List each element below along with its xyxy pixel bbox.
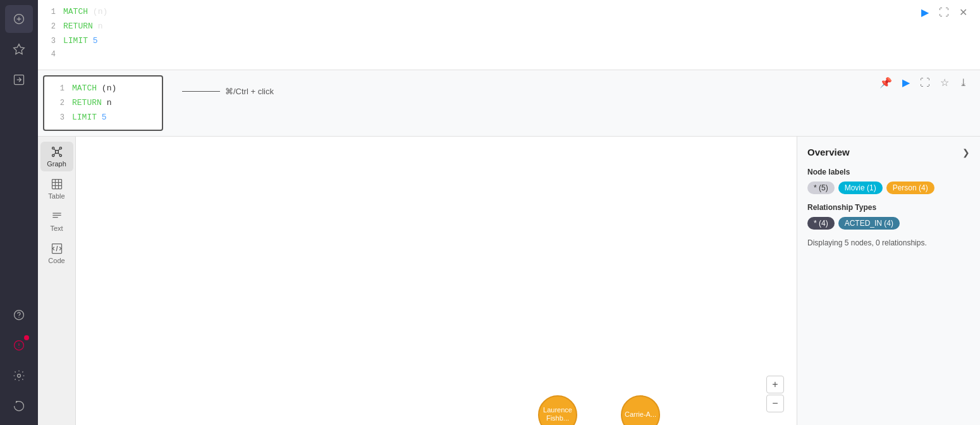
code-line-3: 3 LIMIT 5 (43, 34, 970, 49)
editor-hint: ⌘/Ctrl + click (182, 87, 274, 96)
tab-table[interactable]: Table (40, 174, 73, 204)
sidebar-item-play[interactable] (5, 66, 33, 94)
sidebar-item-star[interactable] (5, 35, 33, 63)
sidebar-item-help[interactable] (5, 301, 33, 329)
code-line-1: 1 MATCH (n) (43, 5, 970, 20)
graph-canvas: ACTED_IN ACTED_IN ACTED_IN ACTED_IN The … (76, 137, 797, 425)
badge-person[interactable]: Person (4) (886, 182, 934, 194)
svg-line-11 (58, 149, 59, 151)
node-labels-heading: Node labels (807, 168, 970, 176)
tab-graph[interactable]: Graph (40, 142, 73, 171)
view-area: Graph Table Text (38, 137, 980, 425)
overview-summary: Displaying 5 nodes, 0 relationships. (807, 238, 970, 247)
expand-button-bottom[interactable]: ⛶ (917, 76, 933, 90)
node-label-carrie: Carrie-A... (625, 410, 656, 418)
run-button-bottom[interactable]: ▶ (900, 75, 912, 90)
main-content: ▶ ⛶ ✕ 1 MATCH (n) 2 RETURN n 3 LIMIT 5 4 (38, 0, 980, 425)
rel-badges: * (4) ACTED_IN (4) (807, 217, 970, 230)
code-line-2: 2 RETURN n (43, 20, 970, 34)
editor-bottom-code: 1MATCH (n) 2RETURN n 3LIMIT 5 (43, 75, 163, 131)
badge-movie[interactable]: Movie (1) (838, 182, 883, 194)
overview-panel: Overview ❯ Node labels * (5) Movie (1) P… (797, 137, 980, 425)
view-tabs: Graph Table Text (38, 137, 76, 425)
zoom-controls: + − (766, 376, 784, 412)
svg-line-13 (58, 153, 59, 155)
download-button[interactable]: ⤓ (957, 75, 970, 90)
svg-point-6 (52, 147, 54, 149)
editor-top-toolbar: ▶ ⛶ ✕ (919, 5, 970, 20)
expand-button-top[interactable]: ⛶ (936, 6, 952, 20)
sidebar-item-logo[interactable] (5, 5, 33, 33)
svg-rect-14 (52, 180, 61, 189)
node-label-laurence2: Fishb... (546, 414, 569, 422)
overview-header: Overview ❯ (807, 147, 970, 157)
badge-acted-in[interactable]: ACTED_IN (4) (838, 217, 900, 230)
sidebar (0, 0, 38, 425)
pin-button[interactable]: 📌 (877, 75, 895, 90)
svg-point-7 (59, 147, 61, 149)
svg-line-10 (54, 149, 56, 151)
sidebar-item-settings[interactable] (5, 362, 33, 390)
svg-line-12 (54, 153, 56, 155)
relationship-types-heading: Relationship Types (807, 203, 970, 212)
star-button[interactable]: ☆ (938, 75, 952, 90)
svg-point-4 (18, 374, 21, 378)
editor-bottom-toolbar: 📌 ▶ ⛶ ☆ ⤓ (877, 75, 970, 90)
svg-point-8 (52, 155, 54, 157)
zoom-in-button[interactable]: + (766, 376, 784, 393)
badge-all-nodes[interactable]: * (5) (807, 182, 835, 194)
editor-bottom-panel: 1MATCH (n) 2RETURN n 3LIMIT 5 ⌘/Ctrl + c… (38, 70, 980, 137)
node-badges: * (5) Movie (1) Person (4) (807, 182, 970, 194)
graph-svg: ACTED_IN ACTED_IN ACTED_IN ACTED_IN The … (76, 137, 797, 425)
tab-text[interactable]: Text (40, 206, 73, 236)
sidebar-item-history[interactable] (5, 392, 33, 420)
editor-top-panel: ▶ ⛶ ✕ 1 MATCH (n) 2 RETURN n 3 LIMIT 5 4 (38, 0, 980, 70)
tab-code[interactable]: Code (40, 238, 73, 268)
sidebar-item-error[interactable] (5, 331, 33, 359)
close-button-top[interactable]: ✕ (957, 5, 970, 20)
svg-point-9 (59, 155, 61, 157)
zoom-out-button[interactable]: − (766, 395, 784, 412)
code-line-4: 4 (43, 48, 970, 61)
run-button-top[interactable]: ▶ (919, 5, 931, 20)
node-label-laurence: Laurence (543, 406, 572, 414)
overview-chevron-icon[interactable]: ❯ (962, 147, 970, 157)
badge-all-rels[interactable]: * (4) (807, 217, 835, 230)
overview-title: Overview (807, 147, 850, 157)
